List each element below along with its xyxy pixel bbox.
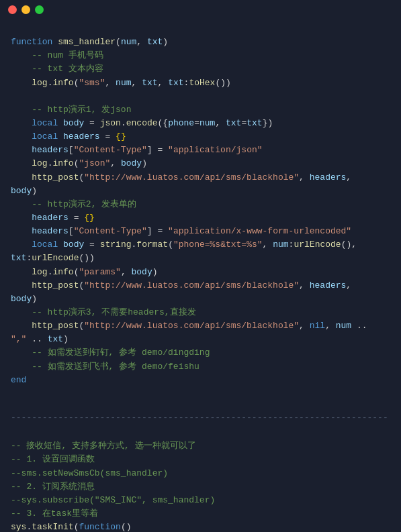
comment-setcb: --sms.setNewSmsCb(sms_handler) [11, 468, 168, 478]
comment-dingding: -- 如需发送到钉钉, 参考 demo/dingding [32, 348, 210, 358]
titlebar [0, 0, 401, 19]
comment-sms-intro: -- 接收短信, 支持多种方式, 选一种就可以了 [11, 441, 196, 451]
code-editor: function sms_handler(num, txt) -- num 手机… [0, 19, 401, 411]
comment-num: -- num 手机号码 [32, 50, 103, 60]
comment-option3: -- 3. 在task里等着 [11, 509, 98, 519]
comment-txt: -- txt 文本内容 [32, 64, 103, 74]
comment-http3: -- http演示3, 不需要headers,直接发 [32, 307, 195, 317]
fn-keyword: function [11, 37, 52, 47]
comment-option2: -- 2. 订阅系统消息 [11, 482, 95, 492]
comment-http2: -- http演示2, 发表单的 [32, 199, 136, 209]
comment-option1: -- 1. 设置回调函数 [11, 454, 95, 464]
comment-http1: -- http演示1, 发json [32, 105, 131, 115]
code-area-2: -- 接收短信, 支持多种方式, 选一种就可以了 -- 1. 设置回调函数 --… [0, 425, 401, 532]
comment-subscribe: --sys.subscribe("SMS_INC", sms_handler) [11, 495, 215, 505]
minimize-dot[interactable] [21, 5, 30, 14]
close-dot[interactable] [8, 5, 17, 14]
end-keyword: end [11, 375, 26, 385]
separator-line: ----------------------------------------… [0, 411, 401, 425]
maximize-dot[interactable] [35, 5, 44, 14]
comment-feishu: -- 如需发送到飞书, 参考 demo/feishu [32, 362, 199, 372]
